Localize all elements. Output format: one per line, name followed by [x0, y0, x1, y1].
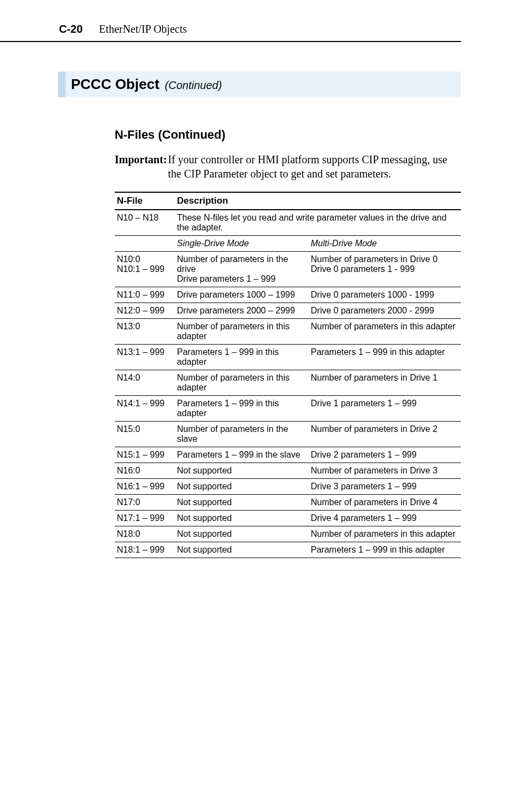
- cell-single: Not supported: [175, 526, 309, 542]
- cell-nfile: N18:1 – 999: [115, 542, 175, 558]
- content-area: N-Files (Continued) Important: If your c…: [0, 128, 461, 558]
- pccc-accent-bar: [58, 72, 66, 97]
- table-row: N18:0 Not supported Number of parameters…: [115, 526, 461, 542]
- cell-nfile: N16:1 – 999: [115, 479, 175, 495]
- cell-multi: Drive 3 parameters 1 – 999: [309, 479, 461, 495]
- cell-nfile: N17:0: [115, 495, 175, 511]
- table-row: N13:0 Number of parameters in this adapt…: [115, 319, 461, 345]
- cell-single: Parameters 1 – 999 in this adapter: [175, 396, 309, 422]
- table-row: N16:1 – 999 Not supported Drive 3 parame…: [115, 479, 461, 495]
- cell-nfile: N12:0 – 999: [115, 303, 175, 319]
- table-row: N14:1 – 999 Parameters 1 – 999 in this a…: [115, 396, 461, 422]
- cell-multi: Number of parameters in Drive 0 Drive 0 …: [309, 252, 461, 287]
- cell-nfile: N13:0: [115, 319, 175, 345]
- important-text: If your controller or HMI platform suppo…: [168, 153, 461, 181]
- table-row-modes: Single-Drive Mode Multi-Drive Mode: [115, 236, 461, 252]
- cell-single: Not supported: [175, 479, 309, 495]
- cell-multi: Number of parameters in Drive 4: [309, 495, 461, 511]
- cell-multi: Number of parameters in Drive 1: [309, 370, 461, 396]
- pccc-title-background: PCCC Object (Continued): [66, 72, 461, 97]
- cell-multi: Parameters 1 – 999 in this adapter: [309, 542, 461, 558]
- cell-single: Not supported: [175, 511, 309, 526]
- cell-single: Number of parameters in this adapter: [175, 370, 309, 396]
- cell-nfile: N17:1 – 999: [115, 511, 175, 526]
- cell-multi: Drive 0 parameters 1000 - 1999: [309, 287, 461, 303]
- cell-multi: Number of parameters in Drive 3: [309, 463, 461, 479]
- cell-single: Not supported: [175, 463, 309, 479]
- cell-multi: Drive 2 parameters 1 – 999: [309, 447, 461, 463]
- cell-multi: Drive 4 parameters 1 – 999: [309, 511, 461, 526]
- header-section-title: EtherNet/IP Objects: [99, 23, 187, 35]
- cell-multi: Drive 1 parameters 1 – 999: [309, 396, 461, 422]
- cell-nfile: N10:0 N10:1 – 999: [115, 252, 175, 287]
- cell-single: Parameters 1 – 999 in the slave: [175, 447, 309, 463]
- important-label: Important:: [115, 153, 167, 181]
- header-section-number: C-20: [59, 23, 82, 35]
- cell-multi: Number of parameters in this adapter: [309, 526, 461, 542]
- table-row: N10 – N18 These N-files let you read and…: [115, 210, 461, 236]
- cell-mode-multi: Multi-Drive Mode: [309, 236, 461, 252]
- nfile-table: N-File Description N10 – N18 These N-fil…: [115, 192, 461, 558]
- cell-single: Number of parameters in the drive Drive …: [175, 252, 309, 287]
- pccc-continued: (Continued): [165, 79, 222, 92]
- table-row: N16:0 Not supported Number of parameters…: [115, 463, 461, 479]
- table-row: N17:1 – 999 Not supported Drive 4 parame…: [115, 511, 461, 526]
- cell-single: Drive parameters 2000 – 2999: [175, 303, 309, 319]
- table-row: N14:0 Number of parameters in this adapt…: [115, 370, 461, 396]
- table-row: N10:0 N10:1 – 999 Number of parameters i…: [115, 252, 461, 287]
- cell-nfile: N18:0: [115, 526, 175, 542]
- cell-nfile: N13:1 – 999: [115, 345, 175, 370]
- cell-single: Drive parameters 1000 – 1999: [175, 287, 309, 303]
- table-row: N17:0 Not supported Number of parameters…: [115, 495, 461, 511]
- cell-nfile: N15:0: [115, 422, 175, 447]
- nfiles-heading: N-Files (Continued): [115, 128, 461, 142]
- cell-multi: Parameters 1 – 999 in this adapter: [309, 345, 461, 370]
- th-description: Description: [175, 192, 461, 210]
- cell-single: Number of parameters in this adapter: [175, 319, 309, 345]
- important-block: Important: If your controller or HMI pla…: [115, 153, 461, 181]
- table-header-row: N-File Description: [115, 192, 461, 210]
- cell-empty: [115, 236, 175, 252]
- cell-nfile: N15:1 – 999: [115, 447, 175, 463]
- cell-nfile: N14:0: [115, 370, 175, 396]
- table-row: N11:0 – 999 Drive parameters 1000 – 1999…: [115, 287, 461, 303]
- th-nfile: N-File: [115, 192, 175, 210]
- cell-nfile: N11:0 – 999: [115, 287, 175, 303]
- table-row: N12:0 – 999 Drive parameters 2000 – 2999…: [115, 303, 461, 319]
- table-row: N15:1 – 999 Parameters 1 – 999 in the sl…: [115, 447, 461, 463]
- cell-single: Parameters 1 – 999 in this adapter: [175, 345, 309, 370]
- pccc-object-heading: PCCC Object (Continued): [58, 72, 461, 97]
- cell-single: Not supported: [175, 542, 309, 558]
- cell-mode-single: Single-Drive Mode: [175, 236, 309, 252]
- cell-range: N10 – N18: [115, 210, 175, 236]
- table-row: N13:1 – 999 Parameters 1 – 999 in this a…: [115, 345, 461, 370]
- cell-multi: Drive 0 parameters 2000 - 2999: [309, 303, 461, 319]
- table-row: N15:0 Number of parameters in the slave …: [115, 422, 461, 447]
- cell-multi: Number of parameters in this adapter: [309, 319, 461, 345]
- cell-range-desc: These N-files let you read and write par…: [175, 210, 461, 236]
- cell-nfile: N16:0: [115, 463, 175, 479]
- page: C-20 EtherNet/IP Objects PCCC Object (Co…: [0, 0, 521, 812]
- cell-single: Number of parameters in the slave: [175, 422, 309, 447]
- page-header: C-20 EtherNet/IP Objects: [0, 23, 461, 42]
- cell-multi: Number of parameters in Drive 2: [309, 422, 461, 447]
- pccc-title: PCCC Object: [71, 76, 159, 93]
- cell-single: Not supported: [175, 495, 309, 511]
- cell-nfile: N14:1 – 999: [115, 396, 175, 422]
- table-row: N18:1 – 999 Not supported Parameters 1 –…: [115, 542, 461, 558]
